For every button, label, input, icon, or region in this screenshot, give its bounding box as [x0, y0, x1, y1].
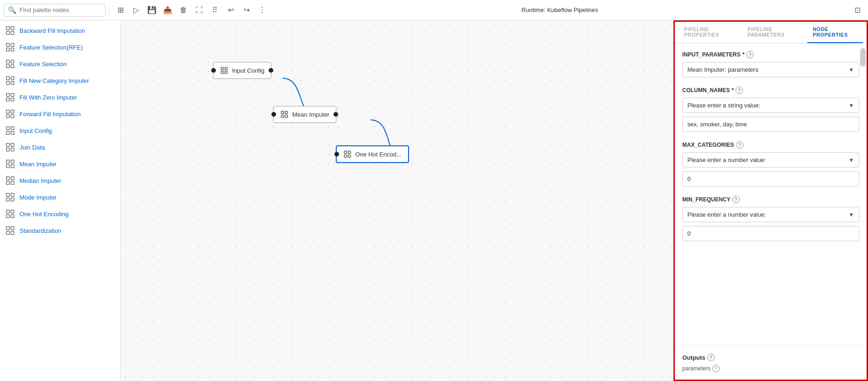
tab-pipeline-parameters[interactable]: PIPELINE PARAMETERS: [742, 22, 807, 43]
prop-section-input-parameters: INPUT_PARAMETERS* ? Mean Imputer: parame…: [682, 51, 859, 77]
grid-button[interactable]: ⠿: [208, 3, 222, 17]
help-icon-max-categories[interactable]: ?: [736, 141, 743, 149]
node-icon-ohe: [343, 150, 352, 158]
help-icon-input-parameters[interactable]: ?: [746, 51, 754, 58]
delete-button[interactable]: 🗑: [176, 3, 190, 17]
sidebar-item-feature-selection-rfe[interactable]: Feature Selection(RFE): [0, 39, 120, 56]
sidebar-node-icon: [6, 26, 15, 35]
undo-button[interactable]: ↩: [224, 3, 238, 17]
add-node-button[interactable]: ⊞: [113, 3, 127, 17]
node-mean-imputer-port-left[interactable]: [271, 112, 276, 117]
sidebar-item-fill-with-zero[interactable]: Fill With Zero Imputer: [0, 89, 120, 106]
prop-label-min-frequency: MIN_FREQUENCY ?: [682, 196, 859, 203]
expand-button[interactable]: ⛶: [192, 3, 206, 17]
outputs-help-icon[interactable]: ?: [707, 354, 715, 361]
runtime-settings-button[interactable]: ⊡: [850, 3, 864, 17]
prop-label-column-names: COLUMN_NAMES* ?: [682, 87, 859, 94]
sidebar-item-label-median-imputer: Median Imputer: [19, 177, 61, 184]
prop-dropdown-arrow-max-categories: ▼: [849, 157, 854, 163]
svg-rect-54: [221, 71, 223, 74]
outputs-sub-label: parameters ?: [682, 365, 859, 372]
node-icon-mean: [280, 110, 289, 119]
sidebar-item-median-imputer[interactable]: Median Imputer: [0, 172, 120, 189]
sidebar-item-label-fill-new-category: Fill New Category Imputer: [19, 77, 89, 84]
svg-rect-2: [6, 31, 10, 35]
sidebar-node-icon: [6, 59, 15, 69]
sidebar-item-one-hot-encoding[interactable]: One Hot Encoding: [0, 206, 120, 222]
node-one-hot-port-left[interactable]: [334, 152, 339, 156]
sidebar-item-fill-new-category[interactable]: Fill New Category Imputer: [0, 72, 120, 89]
svg-rect-37: [11, 177, 14, 180]
sidebar-node-icon: [6, 176, 15, 185]
svg-rect-0: [6, 27, 10, 30]
svg-rect-22: [6, 115, 10, 118]
sidebar-list: Backward Fill Imputation Feature Selecti…: [0, 20, 120, 381]
search-bar[interactable]: 🔍: [4, 4, 106, 17]
svg-rect-12: [6, 77, 10, 80]
prop-section-min-frequency: MIN_FREQUENCY ? Please enter a number va…: [682, 196, 859, 241]
prop-input-max-categories[interactable]: [682, 171, 859, 187]
prop-dropdown-min-frequency[interactable]: Please enter a number value: ▼: [682, 207, 859, 222]
svg-rect-27: [11, 131, 14, 135]
run-button[interactable]: ▷: [129, 3, 143, 17]
save-button[interactable]: 💾: [145, 3, 159, 17]
sidebar-item-standardization[interactable]: Standardization: [0, 222, 120, 239]
sidebar-item-label-feature-selection: Feature Selection: [19, 61, 67, 68]
scroll-thumb[interactable]: [860, 48, 866, 67]
svg-rect-44: [6, 210, 10, 213]
svg-rect-48: [6, 227, 10, 230]
svg-rect-7: [11, 48, 14, 51]
svg-rect-32: [6, 160, 10, 163]
sidebar-item-backward-fill[interactable]: Backward Fill Imputation: [0, 22, 120, 39]
search-input[interactable]: [19, 6, 101, 13]
svg-rect-3: [11, 31, 14, 35]
sidebar-item-join-data[interactable]: Join Data: [0, 139, 120, 156]
node-mean-imputer[interactable]: Mean Imputer: [273, 106, 336, 123]
sidebar-item-label-standardization: Standardization: [19, 227, 61, 234]
tab-pipeline-properties[interactable]: PIPELINE PROPERTIES: [679, 22, 742, 43]
sidebar-item-input-config[interactable]: Input Config: [0, 122, 120, 139]
node-one-hot-encode[interactable]: One Hot Encod...: [336, 145, 409, 163]
canvas-area[interactable]: Input Config Mean Imputer One Hot Encod.…: [120, 20, 673, 381]
svg-rect-59: [285, 115, 288, 118]
prop-dropdown-max-categories[interactable]: Please enter a number value: ▼: [682, 152, 859, 168]
help-icon-column-names[interactable]: ?: [736, 87, 743, 94]
outputs-parameters-help-icon[interactable]: ?: [712, 365, 720, 372]
prop-label-input-parameters: INPUT_PARAMETERS* ?: [682, 51, 859, 58]
sidebar-node-icon: [6, 43, 15, 52]
svg-rect-62: [344, 155, 346, 157]
panel-content: INPUT_PARAMETERS* ? Mean Imputer: parame…: [675, 44, 867, 346]
svg-rect-34: [6, 165, 10, 168]
svg-rect-15: [11, 81, 14, 85]
node-mean-imputer-port-right[interactable]: [333, 112, 338, 117]
sidebar-item-label-mean-imputer: Mean Imputer: [19, 161, 57, 168]
export-button[interactable]: 📤: [161, 3, 175, 17]
node-one-hot-label: One Hot Encod...: [355, 151, 402, 158]
prop-dropdown-value-column-names: Please enter a string value:: [687, 102, 761, 109]
sidebar-item-mean-imputer[interactable]: Mean Imputer: [0, 156, 120, 172]
svg-rect-46: [6, 215, 10, 218]
node-input-config-port-right[interactable]: [269, 68, 273, 73]
redo-button[interactable]: ↪: [239, 3, 253, 17]
sidebar-item-feature-selection[interactable]: Feature Selection: [0, 56, 120, 72]
svg-rect-63: [348, 155, 351, 157]
sidebar-item-forward-fill[interactable]: Forward Fill Imputation: [0, 106, 120, 122]
help-icon-min-frequency[interactable]: ?: [732, 196, 740, 203]
more-button[interactable]: ⋮: [255, 3, 269, 17]
prop-dropdown-arrow-min-frequency: ▼: [849, 212, 854, 218]
outputs-label: Outputs ?: [682, 354, 859, 361]
svg-rect-50: [6, 231, 10, 235]
node-input-config-port-left[interactable]: [211, 68, 216, 73]
node-input-config[interactable]: Input Config: [213, 62, 271, 79]
prop-input-column-names[interactable]: [682, 117, 859, 132]
svg-rect-30: [6, 148, 10, 151]
prop-input-min-frequency[interactable]: [682, 226, 859, 241]
svg-rect-18: [6, 98, 10, 101]
prop-dropdown-input-parameters[interactable]: Mean Imputer: parameters ▼: [682, 62, 859, 77]
sidebar-item-mode-imputer[interactable]: Mode Imputer: [0, 189, 120, 206]
svg-rect-24: [6, 127, 10, 130]
tab-node-properties[interactable]: NODE PROPERTIES: [807, 22, 863, 43]
main-layout: Backward Fill Imputation Feature Selecti…: [0, 20, 868, 381]
prop-dropdown-column-names[interactable]: Please enter a string value: ▼: [682, 98, 859, 113]
sidebar-node-icon: [6, 193, 15, 202]
